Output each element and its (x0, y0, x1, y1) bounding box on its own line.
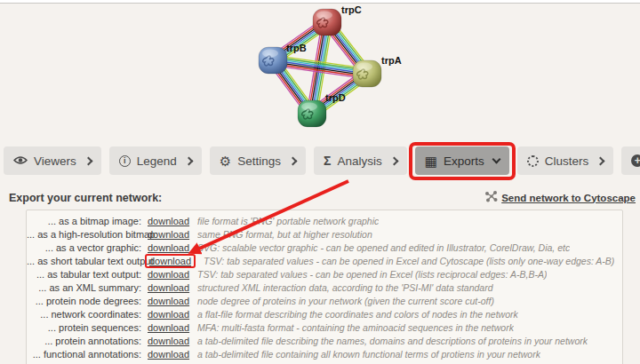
analysis-button[interactable]: Σ Analysis (314, 146, 407, 175)
viewers-button[interactable]: Viewers (4, 146, 101, 175)
export-row-desc: TSV: tab separated values - can be opene… (197, 269, 547, 280)
export-row-desc: TSV: tab separated values - can be opene… (204, 256, 614, 266)
toolbar: Viewers i Legend ⚙ Settings Σ Analysis ▦… (4, 146, 640, 175)
settings-button[interactable]: ⚙ Settings (210, 146, 306, 175)
legend-button[interactable]: i Legend (109, 146, 202, 175)
chevron-right-icon (184, 156, 193, 165)
export-row-desc: SVG: scalable vector graphic - can be op… (197, 242, 570, 253)
export-row-desc: node degree of proteins in your network … (197, 296, 494, 306)
export-row-desc: MFA: multi-fasta format - containing the… (197, 322, 514, 333)
export-section-title: Export your current network: (9, 192, 162, 204)
export-row-protein-annotations: ... protein annotations: download a tab-… (27, 334, 622, 347)
export-row-node-degrees: ... protein node degrees: download node … (27, 294, 622, 307)
exports-label: Exports (444, 154, 484, 168)
chevron-right-icon (84, 156, 92, 165)
viewers-label: Viewers (34, 154, 76, 168)
export-row-functional-annotations: ... functional annotations: download a t… (27, 347, 622, 360)
export-row-label: ... functional annotations: (27, 349, 141, 360)
download-link-hires-bitmap[interactable]: download (148, 229, 189, 240)
protein-node-label: trpD (325, 92, 346, 103)
plus-circle-icon: + (631, 154, 640, 167)
clusters-button[interactable]: Clusters (517, 146, 614, 175)
export-row-bitmap: ... as a bitmap image: download file for… (27, 214, 622, 227)
chevron-down-icon (492, 154, 500, 163)
export-row-sequences: ... protein sequences: download MFA: mul… (27, 320, 622, 334)
export-row-label: ... protein annotations: (27, 336, 141, 346)
download-link-xml[interactable]: download (148, 282, 189, 293)
download-link-tabular[interactable]: download (148, 269, 189, 280)
send-to-cytoscape-label: Send network to Cytoscape (501, 193, 636, 203)
cytoscape-network-icon (484, 190, 498, 205)
download-link-sequences[interactable]: download (148, 322, 189, 333)
export-row-label: ... as an XML summary: (27, 282, 141, 293)
export-row-hires-bitmap: ... as a high-resolution bitmap: downloa… (27, 227, 622, 241)
download-link-functional-annotations[interactable]: download (148, 349, 189, 360)
export-header: Export your current network: Send networ… (9, 190, 636, 205)
download-link-node-degrees[interactable]: download (148, 296, 189, 306)
export-row-desc: file format is 'PNG' portable network gr… (197, 216, 379, 226)
chevron-right-icon (596, 156, 605, 165)
export-panel: ... as a bitmap image: download file for… (26, 210, 623, 364)
export-row-label: ... as tabular text output: (27, 269, 141, 280)
export-row-desc: a flat-file format describing the coordi… (197, 309, 518, 320)
exports-button[interactable]: ▦ Exports (415, 146, 509, 175)
protein-node-label: trpA (381, 55, 402, 66)
more-button[interactable]: + More (621, 146, 640, 175)
export-row-desc: same PNG format, but at higher resolutio… (197, 229, 372, 240)
export-row-label: ... protein node degrees: (27, 296, 141, 306)
export-row-desc: a tab-delimited file containing all know… (197, 349, 540, 360)
chevron-right-icon (389, 156, 398, 165)
download-link-coordinates[interactable]: download (148, 309, 189, 320)
export-row-desc: structured XML interaction data, accordi… (197, 282, 492, 293)
info-icon: i (119, 155, 131, 167)
export-row-vector: ... as a vector graphic: download SVG: s… (27, 241, 622, 254)
export-row-xml: ... as an XML summary: download structur… (27, 281, 622, 294)
protein-node-trpC[interactable]: trpC (313, 4, 362, 36)
export-row-tabular: ... as tabular text output: download TSV… (27, 267, 622, 281)
send-to-cytoscape-link[interactable]: Send network to Cytoscape (484, 190, 636, 205)
download-link-protein-annotations[interactable]: download (148, 336, 189, 346)
export-row-desc: a tab-delimited file describing the name… (197, 336, 588, 346)
export-row-label: ... as short tabular text output (27, 256, 141, 266)
export-row-label: ... as a high-resolution bitmap: (27, 229, 141, 240)
clusters-label: Clusters (545, 154, 589, 168)
settings-label: Settings (237, 154, 281, 168)
sigma-icon: Σ (324, 154, 331, 167)
export-row-label: ... network coordinates: (27, 309, 141, 320)
export-row-label: ... as a bitmap image: (27, 216, 141, 226)
protein-node-label: trpB (286, 43, 307, 53)
gear-icon: ⚙ (220, 154, 231, 168)
download-link-vector[interactable]: download (148, 242, 189, 253)
clusters-icon (527, 155, 539, 167)
export-row-short-tabular: ... as short tabular text output downloa… (27, 254, 622, 267)
export-row-label: ... as a vector graphic: (27, 242, 141, 253)
export-row-coordinates: ... network coordinates: download a flat… (27, 307, 622, 320)
eye-icon (13, 154, 28, 168)
download-link-short-tabular[interactable]: download (145, 254, 196, 268)
protein-node-label: trpC (341, 4, 362, 15)
analysis-label: Analysis (337, 154, 381, 168)
chevron-right-icon (289, 156, 298, 165)
protein-network-graph: trpCtrpBtrpAtrpD (0, 4, 640, 144)
export-row-label: ... protein sequences: (27, 322, 141, 333)
legend-label: Legend (137, 154, 177, 168)
download-link-bitmap[interactable]: download (148, 216, 189, 226)
table-icon: ▦ (425, 154, 437, 168)
